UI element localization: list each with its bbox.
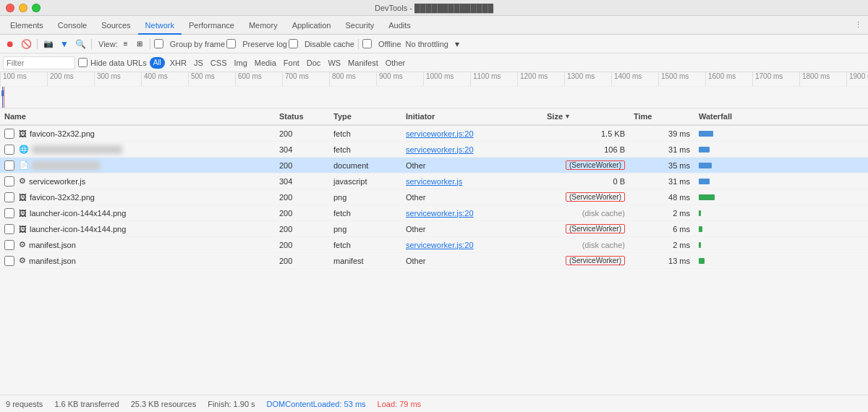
table-row[interactable]: 🖼 favicon-32x32.png 200 png Other (Servi… [0, 189, 868, 205]
row-checkbox[interactable] [4, 240, 14, 250]
row-checkbox[interactable] [4, 224, 14, 234]
grid-view-icon[interactable]: ⊞ [133, 38, 146, 51]
search-button[interactable]: 🔍 [73, 37, 88, 51]
tick-600ms: 600 ms [235, 72, 282, 86]
tick-100ms: 100 ms [0, 72, 47, 86]
table-row[interactable]: 🌐 ████████████████ 304 fetch servicework… [0, 142, 868, 158]
initiator-link[interactable]: serviceworker.js [406, 177, 462, 186]
th-time[interactable]: Time [629, 112, 694, 121]
initiator-link[interactable]: serviceworker.js:20 [406, 145, 474, 154]
row-checkbox[interactable] [4, 208, 14, 218]
row-size: (ServiceWorker) [542, 221, 629, 237]
row-status: 200 [275, 205, 329, 221]
row-initiator: serviceworker.js:20 [401, 126, 542, 142]
row-checkbox[interactable] [4, 192, 14, 202]
tab-sources[interactable]: Sources [94, 16, 137, 35]
row-checkbox[interactable] [4, 145, 14, 155]
tab-security[interactable]: Security [338, 16, 381, 35]
screenshot-button[interactable]: 📷 [41, 37, 56, 51]
offline-checkbox[interactable] [362, 39, 372, 48]
table-row[interactable]: 🖼 launcher-icon-144x144.png 200 png Othe… [0, 221, 868, 237]
filter-manifest[interactable]: Manifest [346, 58, 380, 68]
row-status: 200 [275, 221, 329, 237]
list-view-icon[interactable]: ≡ [119, 38, 132, 51]
filter-button[interactable]: ▼ [57, 37, 72, 51]
toolbar-separator-4 [358, 39, 359, 49]
disable-cache-checkbox[interactable] [289, 39, 298, 48]
table-row[interactable]: 📄 ████████████ 200 document Other (Servi… [0, 158, 868, 173]
load-time: Load: 79 ms [378, 400, 422, 408]
tab-console[interactable]: Console [51, 16, 94, 35]
network-toolbar: ⏺ 🚫 📷 ▼ 🔍 View: ≡ ⊞ Group by frame Prese… [0, 35, 868, 53]
initiator-link[interactable]: serviceworker.js:20 [406, 241, 474, 249]
filter-xhr[interactable]: XHR [168, 58, 189, 68]
row-time: 31 ms [629, 142, 694, 158]
filter-other[interactable]: Other [383, 58, 408, 68]
row-waterfall [694, 173, 868, 189]
row-checkbox[interactable] [4, 160, 14, 171]
initiator-link[interactable]: serviceworker.js:20 [406, 129, 474, 138]
table-row[interactable]: ⚙ manifest.json 200 manifest Other (Serv… [0, 253, 868, 269]
filter-font[interactable]: Font [281, 58, 302, 68]
th-type[interactable]: Type [329, 112, 401, 121]
filter-js[interactable]: JS [192, 58, 205, 68]
filter-all-badge[interactable]: All [150, 57, 165, 69]
initiator-link[interactable]: serviceworker.js:20 [406, 209, 474, 218]
th-name[interactable]: Name [0, 112, 275, 121]
tick-1700ms: 1700 ms [752, 72, 799, 86]
hide-data-urls-checkbox[interactable] [78, 58, 88, 67]
tab-memory[interactable]: Memory [242, 16, 285, 35]
th-size[interactable]: Size ▼ [542, 112, 629, 121]
row-size: 106 B [542, 142, 629, 158]
row-size: (disk cache) [542, 205, 629, 221]
table-row[interactable]: ⚙ serviceworker.js 304 javascript servic… [0, 173, 868, 189]
resources-size: 25.3 KB resources [131, 400, 197, 408]
row-initiator: Other [401, 189, 542, 205]
filter-input[interactable] [3, 56, 75, 69]
close-button[interactable] [6, 4, 14, 12]
preserve-log-checkbox[interactable] [226, 39, 236, 48]
tab-elements[interactable]: Elements [3, 16, 51, 35]
table-row[interactable]: ⚙ manifest.json 200 fetch serviceworker.… [0, 237, 868, 253]
file-name-blurred: ████████████ [32, 161, 100, 170]
filter-css[interactable]: CSS [208, 58, 229, 68]
record-button[interactable]: ⏺ [3, 37, 17, 51]
filter-img[interactable]: Img [231, 58, 249, 68]
maximize-button[interactable] [32, 4, 41, 12]
row-status: 200 [275, 189, 329, 205]
devtools-tab-bar: Elements Console Sources Network Perform… [0, 16, 868, 35]
clear-button[interactable]: 🚫 [19, 37, 33, 51]
th-status[interactable]: Status [275, 112, 329, 121]
file-icon-img3: 🖼 [19, 209, 27, 218]
tab-performance[interactable]: Performance [182, 16, 242, 35]
th-waterfall[interactable]: Waterfall [694, 112, 868, 121]
tab-network[interactable]: Network [138, 16, 182, 35]
row-initiator: serviceworker.js:20 [401, 142, 542, 158]
row-checkbox[interactable] [4, 129, 14, 139]
group-by-frame-checkbox[interactable] [154, 39, 163, 48]
th-initiator[interactable]: Initiator [401, 112, 542, 121]
row-status: 304 [275, 142, 329, 158]
row-type: fetch [329, 205, 401, 221]
row-time: 6 ms [629, 221, 694, 237]
table-row[interactable]: 🖼 favicon-32x32.png 200 fetch servicewor… [0, 126, 868, 142]
table-row[interactable]: 🖼 launcher-icon-144x144.png 200 fetch se… [0, 205, 868, 221]
tick-1000ms: 1000 ms [423, 72, 470, 86]
row-waterfall [694, 158, 868, 173]
more-tabs-button[interactable]: ⋮ [851, 18, 865, 33]
tab-audits[interactable]: Audits [381, 16, 418, 35]
minimize-button[interactable] [19, 4, 27, 12]
throttle-dropdown-icon[interactable]: ▾ [450, 37, 464, 51]
filter-doc[interactable]: Doc [305, 58, 323, 68]
filter-ws[interactable]: WS [326, 58, 343, 68]
row-waterfall [694, 253, 868, 269]
row-time: 35 ms [629, 158, 694, 173]
tick-1500ms: 1500 ms [658, 72, 705, 86]
row-checkbox[interactable] [4, 176, 14, 186]
tick-1800ms: 1800 ms [799, 72, 846, 86]
row-waterfall [694, 142, 868, 158]
row-checkbox[interactable] [4, 256, 14, 266]
tab-application[interactable]: Application [285, 16, 339, 35]
row-time: 2 ms [629, 237, 694, 253]
filter-media[interactable]: Media [252, 58, 278, 68]
